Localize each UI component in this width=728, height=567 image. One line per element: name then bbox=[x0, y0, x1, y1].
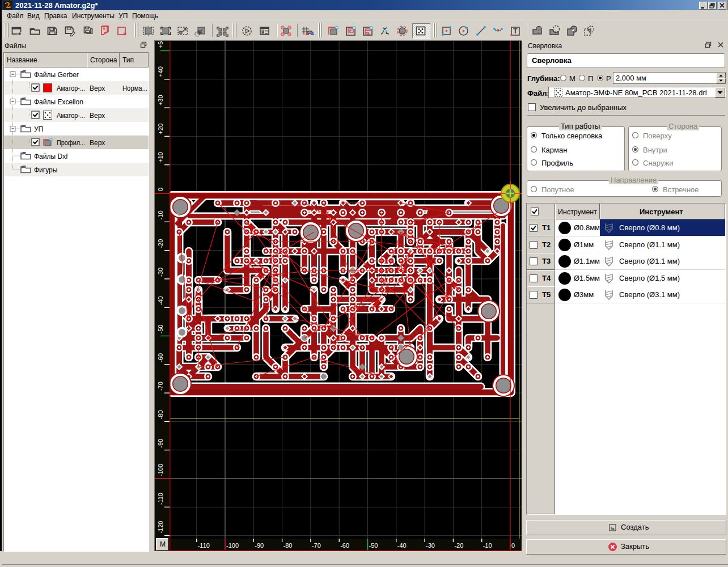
svg-text:+20: +20 bbox=[157, 124, 164, 134]
svg-text:+40: +40 bbox=[157, 66, 164, 77]
svg-text:-30: -30 bbox=[426, 542, 435, 549]
svg-text:Фигуры: Фигуры bbox=[34, 166, 57, 174]
svg-text:-90: -90 bbox=[255, 542, 264, 549]
svg-text:T: T bbox=[513, 27, 518, 35]
svg-text:Верх: Верх bbox=[90, 139, 105, 147]
svg-text:-20: -20 bbox=[454, 542, 463, 549]
svg-text:Профил...: Профил... bbox=[57, 139, 85, 147]
svg-text:-110: -110 bbox=[157, 493, 164, 505]
svg-text:-70: -70 bbox=[312, 542, 321, 549]
svg-text:-80: -80 bbox=[157, 410, 164, 419]
svg-text:-70: -70 bbox=[157, 382, 164, 391]
svg-text:+50: +50 bbox=[157, 41, 164, 49]
svg-text:УП: УП bbox=[34, 125, 43, 133]
svg-text:Верх: Верх bbox=[90, 84, 105, 92]
svg-text:2: 2 bbox=[6, 1, 10, 10]
svg-text:-120: -120 bbox=[157, 521, 164, 534]
svg-text:-50: -50 bbox=[369, 542, 378, 549]
svg-text:-20: -20 bbox=[157, 239, 164, 248]
svg-text:Файлы Excellon: Файлы Excellon bbox=[34, 98, 83, 106]
svg-text:-10: -10 bbox=[483, 542, 492, 549]
svg-text:Аматор-...: Аматор-... bbox=[57, 112, 85, 120]
svg-text:Верх: Верх bbox=[90, 112, 105, 120]
svg-text:0: 0 bbox=[511, 542, 515, 549]
svg-text:0: 0 bbox=[157, 188, 164, 191]
svg-text:-90: -90 bbox=[157, 439, 164, 448]
svg-text:Норма...: Норма... bbox=[122, 84, 147, 92]
svg-text:-50: -50 bbox=[157, 325, 164, 334]
svg-text:Файлы Dxf: Файлы Dxf bbox=[34, 153, 68, 160]
svg-text:+10: +10 bbox=[157, 152, 164, 163]
svg-text:+30: +30 bbox=[157, 95, 164, 105]
svg-text:-40: -40 bbox=[157, 296, 164, 305]
svg-text:-100: -100 bbox=[226, 542, 239, 549]
svg-text:-80: -80 bbox=[283, 542, 293, 549]
svg-text:-100: -100 bbox=[157, 464, 164, 476]
svg-text:-40: -40 bbox=[397, 542, 407, 549]
svg-text:-110: -110 bbox=[198, 542, 210, 549]
svg-text:Файлы Gerber: Файлы Gerber bbox=[34, 71, 79, 79]
svg-text:Аматор-...: Аматор-... bbox=[57, 84, 85, 92]
svg-text:-60: -60 bbox=[157, 353, 164, 362]
svg-text:-10: -10 bbox=[157, 210, 164, 219]
svg-text:-30: -30 bbox=[157, 268, 164, 277]
svg-text:-60: -60 bbox=[340, 542, 349, 549]
